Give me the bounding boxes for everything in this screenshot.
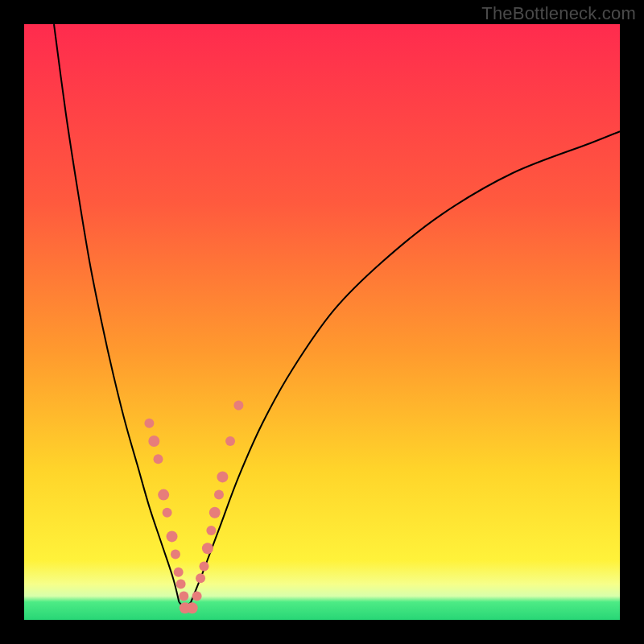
chart-svg <box>24 24 620 620</box>
markers <box>144 401 243 614</box>
data-marker <box>199 561 208 571</box>
data-marker <box>225 436 235 446</box>
data-marker <box>174 568 184 577</box>
data-marker <box>163 508 172 518</box>
data-marker <box>167 530 178 542</box>
data-marker <box>171 550 180 559</box>
data-marker <box>214 490 224 500</box>
data-marker <box>176 580 186 589</box>
series-right-branch <box>191 131 620 602</box>
series-left-branch <box>54 24 179 602</box>
plot-area <box>24 24 620 620</box>
chart-frame: TheBottleneck.com <box>0 0 644 644</box>
data-marker <box>144 419 154 428</box>
watermark-text: TheBottleneck.com <box>481 3 636 24</box>
data-marker <box>148 436 159 447</box>
data-marker <box>179 591 188 601</box>
data-marker <box>158 489 169 501</box>
data-marker <box>202 543 213 554</box>
data-marker <box>206 526 216 535</box>
data-marker <box>209 507 221 518</box>
data-marker <box>233 401 243 411</box>
data-marker <box>192 591 202 601</box>
data-marker <box>217 471 228 482</box>
data-marker <box>187 602 198 613</box>
data-marker <box>196 573 205 583</box>
data-marker <box>154 454 163 464</box>
